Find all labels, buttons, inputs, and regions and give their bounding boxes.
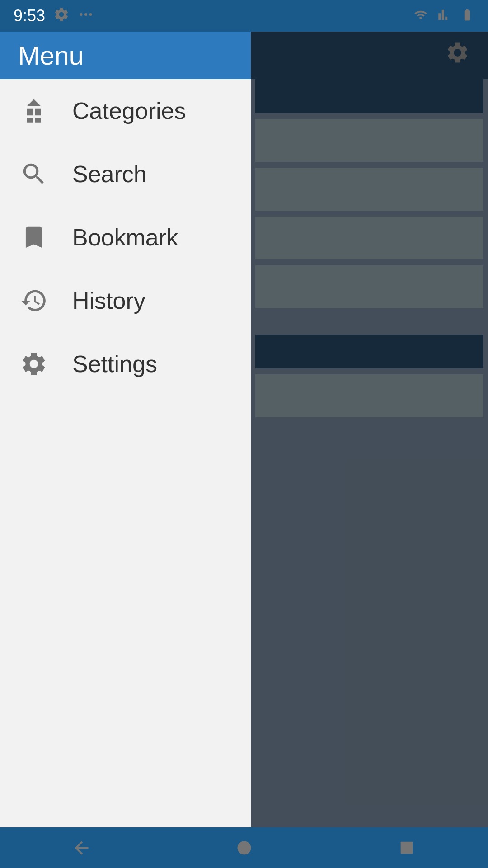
recent-button[interactable] xyxy=(384,832,429,863)
page-title: Menu xyxy=(18,40,84,71)
status-right xyxy=(412,8,474,24)
svg-point-0 xyxy=(80,13,83,16)
bookmark-icon xyxy=(18,222,50,253)
menu-item-search[interactable]: Search xyxy=(0,142,251,206)
menu-item-settings[interactable]: Settings xyxy=(0,332,251,396)
home-button[interactable] xyxy=(221,832,267,863)
settings-label: Settings xyxy=(72,350,157,377)
settings-status-icon xyxy=(53,6,70,26)
dots-status-icon xyxy=(78,6,94,26)
history-icon xyxy=(18,285,50,316)
status-left: 9:53 xyxy=(14,6,94,26)
bookmark-label: Bookmark xyxy=(72,224,178,251)
history-label: History xyxy=(72,287,145,314)
battery-icon xyxy=(460,8,474,24)
menu-item-bookmark[interactable]: Bookmark xyxy=(0,206,251,269)
svg-point-2 xyxy=(89,13,92,16)
drawer-overlay[interactable] xyxy=(251,32,488,868)
svg-point-1 xyxy=(84,13,87,16)
status-time: 9:53 xyxy=(14,6,45,25)
svg-point-3 xyxy=(237,841,251,854)
categories-label: Categories xyxy=(72,97,186,124)
nav-bar xyxy=(0,827,488,868)
signal-icon xyxy=(437,8,452,24)
search-label: Search xyxy=(72,160,147,188)
settings-icon xyxy=(18,348,50,380)
app-header: Menu xyxy=(0,32,251,79)
search-icon xyxy=(18,158,50,190)
status-bar: 9:53 xyxy=(0,0,488,32)
wifi-icon xyxy=(412,8,429,24)
categories-icon xyxy=(18,95,50,127)
menu-item-history[interactable]: History xyxy=(0,269,251,332)
back-button[interactable] xyxy=(59,832,104,863)
side-drawer: Categories Search Bookmark History xyxy=(0,79,251,827)
menu-item-categories[interactable]: Categories xyxy=(0,79,251,142)
svg-rect-4 xyxy=(401,842,413,854)
